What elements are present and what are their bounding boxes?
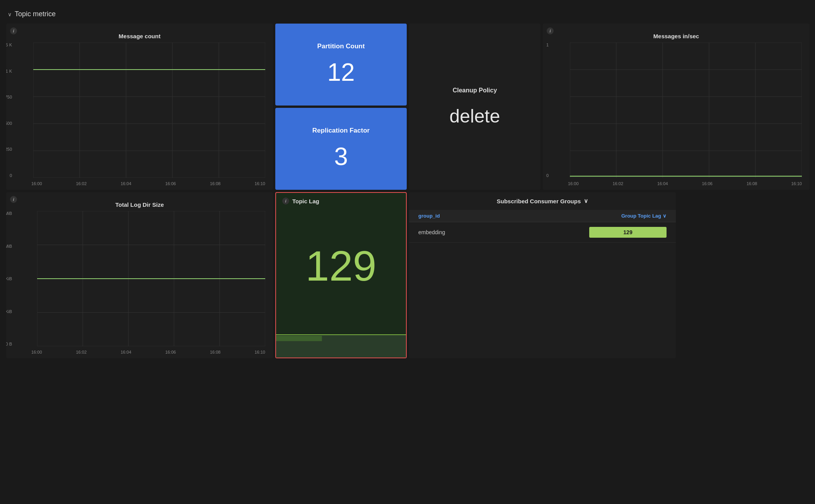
consumer-table-header: group_id Group Topic Lag ∨ xyxy=(409,210,676,222)
consumer-groups-title: Subscribed Consumer Groups xyxy=(497,198,581,204)
consumer-groups-header: Subscribed Consumer Groups ∨ xyxy=(409,192,676,210)
consumer-groups-panel: Subscribed Consumer Groups ∨ group_id Gr… xyxy=(409,192,676,358)
col-group-lag[interactable]: Group Topic Lag ∨ xyxy=(542,213,667,219)
message-count-title: Message count xyxy=(10,27,269,43)
topic-lag-body: 129 xyxy=(276,209,406,334)
replication-factor-panel: Replication Factor 3 xyxy=(275,108,407,190)
topic-lag-bar xyxy=(276,334,406,358)
topic-lag-value: 129 xyxy=(305,245,377,287)
total-log-dir-y-axis: 2 MiB 1 MiB 977 KiB 488 KiB 0 B xyxy=(6,211,12,346)
total-log-dir-info[interactable]: i xyxy=(10,196,17,203)
section-header: ∨ Topic metrice xyxy=(6,6,809,24)
replication-factor-value: 3 xyxy=(334,142,348,171)
message-count-svg xyxy=(33,43,265,178)
message-count-y-axis: 1.25 K 1 K 750 500 250 0 xyxy=(6,43,12,178)
partition-count-panel: Partition Count 12 xyxy=(275,24,407,106)
lag-badge: 129 xyxy=(589,227,667,238)
messages-in-sec-title: Messages in/sec xyxy=(547,27,806,43)
topic-lag-panel: i Topic Lag 129 xyxy=(275,192,407,358)
partition-count-value: 12 xyxy=(327,58,355,87)
messages-in-sec-panel: i Messages in/sec 1 0 xyxy=(543,24,810,190)
topic-lag-bar-svg xyxy=(276,335,406,358)
bottom-grid: i Total Log Dir Size 2 MiB 1 MiB 977 KiB… xyxy=(6,192,809,358)
consumer-lag-value: 129 xyxy=(542,227,667,238)
messages-in-sec-y-axis: 1 0 xyxy=(543,43,549,178)
partition-replication-col: Partition Count 12 Replication Factor 3 xyxy=(275,24,407,190)
message-count-x-axis: 16:0016:0216:0416:0616:0816:10 xyxy=(10,180,269,186)
partition-count-title: Partition Count xyxy=(317,43,365,50)
svg-rect-36 xyxy=(276,336,322,341)
consumer-groups-chevron[interactable]: ∨ xyxy=(584,198,588,204)
cleanup-policy-value: delete xyxy=(450,106,500,127)
consumer-row: embedding 129 xyxy=(409,222,676,243)
consumer-table: group_id Group Topic Lag ∨ embedding 129 xyxy=(409,210,676,358)
col-group-id[interactable]: group_id xyxy=(418,213,542,219)
topic-lag-title: Topic Lag xyxy=(292,198,319,204)
messages-in-sec-x-axis: 16:0016:0216:0416:0616:0816:10 xyxy=(547,180,806,186)
messages-in-sec-info[interactable]: i xyxy=(547,27,554,34)
replication-factor-title: Replication Factor xyxy=(312,127,370,135)
total-log-dir-title: Total Log Dir Size xyxy=(10,196,269,211)
top-grid: i Message count 1.25 K 1 K 750 500 250 0 xyxy=(6,24,809,190)
total-log-dir-svg xyxy=(37,211,265,346)
cleanup-policy-panel: Cleanup Policy delete xyxy=(409,24,540,190)
page-wrapper: ∨ Topic metrice i Message count 1.25 K 1… xyxy=(0,0,815,504)
consumer-group-name: embedding xyxy=(418,229,542,235)
section-title: Topic metrice xyxy=(15,10,56,18)
topic-lag-info[interactable]: i xyxy=(282,198,289,204)
total-log-dir-panel: i Total Log Dir Size 2 MiB 1 MiB 977 KiB… xyxy=(6,192,273,358)
message-count-info[interactable]: i xyxy=(10,27,17,34)
chevron-icon[interactable]: ∨ xyxy=(8,11,12,17)
total-log-dir-x-axis: 16:0016:0216:0416:0616:0816:10 xyxy=(10,348,269,354)
topic-lag-header: i Topic Lag xyxy=(276,193,406,209)
message-count-panel: i Message count 1.25 K 1 K 750 500 250 0 xyxy=(6,24,273,190)
messages-in-sec-svg xyxy=(570,43,802,178)
col-lag-chevron: ∨ xyxy=(663,213,667,219)
cleanup-policy-title: Cleanup Policy xyxy=(453,87,497,94)
